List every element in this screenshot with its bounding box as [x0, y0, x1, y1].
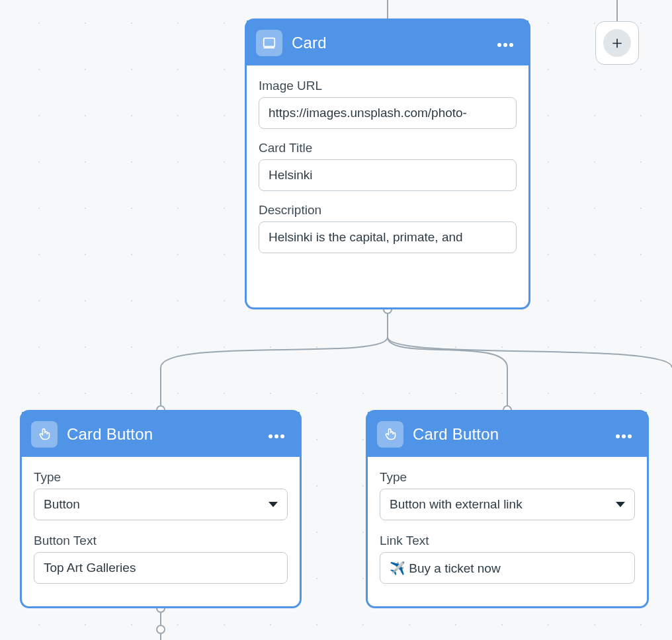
node-menu-button[interactable] — [614, 426, 634, 443]
card-icon — [256, 30, 282, 56]
select-type[interactable]: Button — [34, 489, 288, 520]
label-type: Type — [380, 470, 635, 485]
label-description: Description — [259, 203, 517, 218]
node-body: Image URL Card Title Description — [247, 65, 528, 276]
label-image-url: Image URL — [259, 79, 517, 93]
tap-icon — [31, 421, 58, 448]
label-link-text: Link Text — [380, 534, 635, 548]
node-card[interactable]: Card Image URL Card Title Description — [245, 19, 530, 309]
input-button-text[interactable] — [34, 552, 288, 584]
label-card-title: Card Title — [259, 141, 517, 155]
svg-point-12 — [274, 434, 278, 438]
svg-point-16 — [628, 434, 632, 438]
node-header: Card Button — [368, 412, 647, 457]
chevron-down-icon — [269, 502, 278, 507]
svg-point-14 — [616, 434, 620, 438]
node-title: Card Button — [413, 425, 605, 444]
node-card-button-2[interactable]: Card Button Type Button with external li… — [366, 410, 649, 608]
plus-icon-circle: ＋ — [603, 29, 631, 57]
input-image-url[interactable] — [259, 97, 517, 129]
plus-icon: ＋ — [609, 34, 626, 51]
svg-rect-6 — [264, 38, 275, 47]
node-header: Card Button — [22, 412, 300, 457]
node-title: Card Button — [67, 425, 257, 444]
select-type-value: Button with external link — [390, 497, 523, 512]
add-node-button[interactable]: ＋ — [595, 21, 639, 65]
svg-point-10 — [509, 43, 513, 47]
node-title: Card — [292, 34, 486, 52]
svg-point-15 — [622, 434, 626, 438]
node-header: Card — [247, 20, 528, 65]
node-body: Type Button with external link Link Text — [368, 457, 647, 606]
label-type: Type — [34, 470, 288, 485]
select-type-value: Button — [44, 497, 80, 512]
node-body: Type Button Button Text — [22, 457, 300, 606]
label-button-text: Button Text — [34, 534, 288, 548]
svg-point-11 — [269, 434, 273, 438]
flow-canvas[interactable]: ＋ Card Image URL Card Title Description — [0, 0, 672, 640]
select-type[interactable]: Button with external link — [380, 489, 635, 520]
connector-port[interactable] — [156, 625, 165, 634]
svg-point-9 — [503, 43, 507, 47]
input-link-text[interactable] — [380, 552, 635, 584]
svg-point-13 — [280, 434, 284, 438]
svg-point-8 — [497, 43, 501, 47]
chevron-down-icon — [616, 502, 625, 507]
input-description[interactable] — [259, 221, 517, 253]
node-card-button-1[interactable]: Card Button Type Button Button Text — [20, 410, 302, 608]
node-menu-button[interactable] — [267, 426, 286, 443]
tap-icon — [377, 421, 403, 448]
node-menu-button[interactable] — [495, 34, 515, 52]
input-card-title[interactable] — [259, 159, 517, 191]
